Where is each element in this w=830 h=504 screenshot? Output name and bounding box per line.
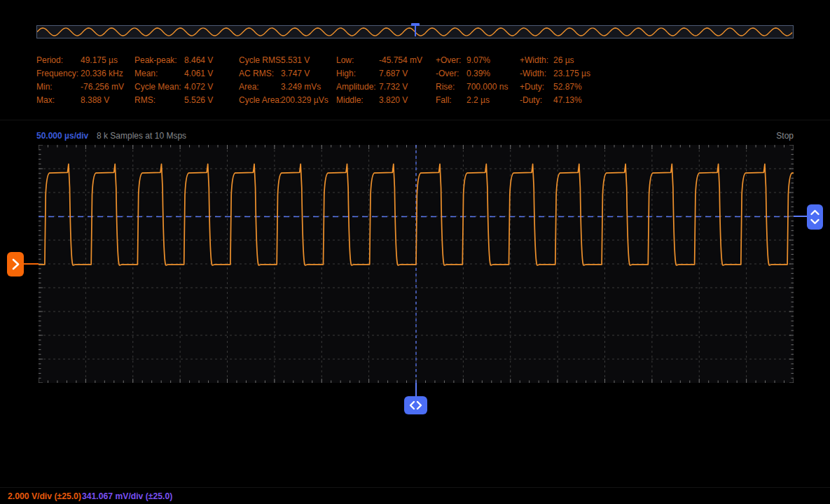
trigger-level-handle[interactable] <box>807 204 823 230</box>
measurement-row: Fall:2.2 µs <box>436 94 508 107</box>
measurement-value: 8.464 V <box>184 54 213 67</box>
measurement-value: 9.07% <box>466 54 490 67</box>
measurement-value: 2.2 µs <box>466 94 490 107</box>
measurement-row: Mean:4.061 V <box>134 67 213 80</box>
measurement-row: Frequency:20.336 kHz <box>36 67 124 80</box>
measurement-value: 20.336 kHz <box>81 67 123 80</box>
measurement-row: Area:3.249 mVs <box>239 80 328 94</box>
measurement-label: +Width: <box>520 54 553 67</box>
measurement-label: Min: <box>36 80 81 94</box>
oscilloscope-app: Period:49.175 µsFrequency:20.336 kHzMin:… <box>0 0 830 504</box>
measurement-value: 4.061 V <box>184 67 213 80</box>
measurement-column: Cycle RMS:5.531 VAC RMS:3.747 VArea:3.24… <box>239 54 328 107</box>
channel-scale-bar: 2.000 V/div (±25.0) 341.067 mV/div (±25.… <box>0 491 830 504</box>
measurement-label: Max: <box>36 94 81 107</box>
measurement-row: AC RMS:3.747 V <box>239 67 328 80</box>
measurement-label: Middle: <box>336 94 379 107</box>
chevron-left-right-icon <box>404 396 427 414</box>
measurement-label: Peak-peak: <box>134 54 184 67</box>
measurement-row: -Width:23.175 µs <box>520 67 590 80</box>
measurement-label: +Over: <box>436 54 466 67</box>
measurement-value: 4.072 V <box>184 80 213 94</box>
measurement-label: AC RMS: <box>239 67 281 80</box>
measurement-column: +Width:26 µs-Width:23.175 µs+Duty:52.87%… <box>520 54 590 107</box>
footer-separator <box>0 487 830 488</box>
measurement-row: Cycle RMS:5.531 V <box>239 54 328 67</box>
measurement-label: Cycle Mean: <box>134 80 184 94</box>
measurement-row: Min:-76.256 mV <box>36 80 124 94</box>
measurement-value: -76.256 mV <box>81 80 124 94</box>
measurement-value: 0.39% <box>466 67 490 80</box>
trigger-position-line <box>415 383 417 396</box>
measurement-value: 3.747 V <box>281 67 310 80</box>
measurement-value: 5.531 V <box>281 54 310 67</box>
measurement-row: -Duty:47.13% <box>520 94 590 107</box>
panel-separator <box>0 120 830 120</box>
measurements-panel: Period:49.175 µsFrequency:20.336 kHzMin:… <box>0 54 830 118</box>
measurement-column: Peak-peak:8.464 VMean:4.061 VCycle Mean:… <box>134 54 213 107</box>
measurement-label: Frequency: <box>36 67 81 80</box>
measurement-label: -Over: <box>436 67 466 80</box>
measurement-row: High:7.687 V <box>336 67 422 80</box>
measurement-label: Low: <box>336 54 379 67</box>
measurement-row: Amplitude:7.732 V <box>336 80 422 94</box>
measurement-value: 3.820 V <box>379 94 408 107</box>
measurement-value: 3.249 mVs <box>281 80 321 94</box>
measurement-value: 700.000 ns <box>466 80 508 94</box>
measurement-value: 7.687 V <box>379 67 408 80</box>
plot-header: 50.000 µs/div 8 k Samples at 10 Msps Sto… <box>0 130 830 141</box>
measurement-value: 200.329 µVs <box>281 94 328 107</box>
measurement-label: Rise: <box>436 80 466 94</box>
channel1-position-handle[interactable] <box>7 252 24 276</box>
measurement-value: -45.754 mV <box>379 54 422 67</box>
measurement-label: Cycle RMS: <box>239 54 281 67</box>
measurement-value: 5.526 V <box>184 94 213 107</box>
measurement-value: 23.175 µs <box>553 67 590 80</box>
measurement-row: Max:8.388 V <box>36 94 124 107</box>
measurement-row: +Width:26 µs <box>520 54 590 67</box>
measurement-column: +Over:9.07%-Over:0.39%Rise:700.000 nsFal… <box>436 54 508 107</box>
timebase-control[interactable]: 50.000 µs/div <box>36 130 88 141</box>
measurement-column: Low:-45.754 mVHigh:7.687 VAmplitude:7.73… <box>336 54 422 107</box>
channel1-scale-control[interactable]: 2.000 V/div (±25.0) <box>8 491 81 502</box>
measurement-value: 47.13% <box>553 94 582 107</box>
measurement-label: -Width: <box>520 67 553 80</box>
trigger-position-handle[interactable] <box>404 396 427 414</box>
measurement-column: Period:49.175 µsFrequency:20.336 kHzMin:… <box>36 54 124 107</box>
measurement-row: RMS:5.526 V <box>134 94 213 107</box>
measurement-label: Period: <box>36 54 81 67</box>
waveform-trace <box>39 145 794 383</box>
measurement-label: Area: <box>239 80 281 94</box>
trigger-level-line <box>794 216 807 217</box>
measurement-row: +Over:9.07% <box>436 54 508 67</box>
measurement-label: Cycle Area: <box>239 94 281 107</box>
trigger-stem <box>415 25 417 36</box>
measurement-row: Cycle Mean:4.072 V <box>134 80 213 94</box>
measurement-label: High: <box>336 67 379 80</box>
measurement-label: +Duty: <box>520 80 553 94</box>
measurement-row: Low:-45.754 mV <box>336 54 422 67</box>
channel2-scale-control[interactable]: 341.067 mV/div (±25.0) <box>82 491 172 502</box>
measurement-row: Period:49.175 µs <box>36 54 124 67</box>
measurement-value: 49.175 µs <box>81 54 118 67</box>
acquisition-state-button[interactable]: Stop <box>776 130 794 141</box>
measurement-value: 7.732 V <box>379 80 408 94</box>
measurement-row: Middle:3.820 V <box>336 94 422 107</box>
measurement-label: Mean: <box>134 67 184 80</box>
measurement-label: Fall: <box>436 94 466 107</box>
waveform-display[interactable] <box>39 145 794 383</box>
measurement-row: Cycle Area:200.329 µVs <box>239 94 328 107</box>
measurement-label: RMS: <box>134 94 184 107</box>
chevron-right-icon <box>7 252 24 276</box>
measurement-value: 8.388 V <box>81 94 109 107</box>
measurement-row: Rise:700.000 ns <box>436 80 508 94</box>
sample-rate-label: 8 k Samples at 10 Msps <box>97 130 186 141</box>
measurement-value: 26 µs <box>553 54 574 67</box>
measurement-label: Amplitude: <box>336 80 379 94</box>
measurement-value: 52.87% <box>553 80 582 94</box>
measurement-row: +Duty:52.87% <box>520 80 590 94</box>
measurement-row: -Over:0.39% <box>436 67 508 80</box>
overview-trigger-marker[interactable] <box>411 23 420 37</box>
measurement-label: -Duty: <box>520 94 553 107</box>
chevron-up-down-icon <box>807 204 823 230</box>
